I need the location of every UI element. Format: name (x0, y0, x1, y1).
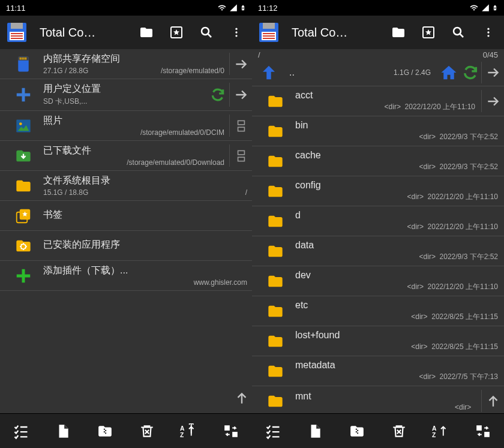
location-plus[interactable]: 用户定义位置 SD 卡,USB,... (0, 79, 252, 111)
search-icon (451, 25, 466, 40)
entry-sub-right: /storage/emulated/0/DCIM (140, 128, 224, 137)
newfile-button[interactable] (46, 417, 80, 446)
wifi-icon (469, 4, 479, 12)
forward-button[interactable] (229, 53, 252, 75)
dir-type: <dir> (407, 193, 424, 201)
parent-row[interactable]: .. 1.1G / 2.4G (252, 59, 504, 86)
dir-name: etc (295, 300, 498, 311)
dir-row[interactable]: cache <dir> 2022/9/3 下午2:52 (252, 146, 504, 176)
swap-button[interactable] (466, 417, 500, 446)
forward-button[interactable] (481, 62, 504, 83)
dir-date: 2022/9/3 下午2:52 (440, 163, 498, 171)
dir-row[interactable]: dev <dir> 2022/12/20 上午11:10 (252, 266, 504, 296)
location-apps[interactable]: 已安装的应用程序 (0, 231, 252, 261)
forward-button[interactable] (481, 90, 504, 112)
sort-button[interactable]: AZ (172, 417, 206, 446)
zip-folder-icon (96, 423, 114, 439)
select-button[interactable] (4, 417, 38, 446)
svg-rect-14 (238, 127, 244, 131)
dir-row[interactable]: acct <dir> 2022/12/20 上午11:10 (252, 86, 504, 116)
scroll-up-button[interactable] (481, 390, 504, 412)
sort-button[interactable]: AZ (424, 417, 458, 446)
entry-sub-left: SD 卡,USB,... (43, 97, 205, 107)
pane-switch-button[interactable] (229, 115, 252, 137)
svg-rect-8 (22, 57, 23, 59)
folder-button[interactable] (133, 19, 160, 46)
reload-button[interactable] (460, 62, 481, 83)
zip-folder-icon (348, 423, 366, 439)
folder-icon (263, 243, 288, 260)
download-icon (11, 148, 36, 164)
disk-usage: 1.1G / 2.4G (394, 68, 431, 77)
addplugin-icon (11, 267, 36, 285)
zip-button[interactable] (340, 417, 374, 446)
pane-switch-button[interactable] (229, 145, 252, 167)
path-crumb[interactable]: / (258, 50, 483, 59)
bottombar: AZ (0, 413, 252, 448)
home-icon (440, 64, 458, 82)
dir-type: <dir> (407, 223, 424, 231)
svg-rect-10 (25, 57, 26, 59)
dir-row[interactable]: etc <dir> 2022/8/25 上午11:15 (252, 296, 504, 326)
svg-rect-22 (104, 431, 105, 432)
svg-rect-15 (238, 151, 244, 155)
location-bookmark[interactable]: 书签 (0, 201, 252, 231)
app-icon[interactable] (7, 23, 26, 42)
delete-button[interactable] (130, 417, 164, 446)
dir-type: <dir> (419, 372, 436, 381)
newfile-button[interactable] (298, 417, 332, 446)
clock: 11:11 (6, 4, 26, 13)
zip-button[interactable] (88, 417, 122, 446)
dir-date: 2022/9/3 下午2:52 (440, 252, 498, 261)
file-icon (55, 423, 71, 440)
dir-row[interactable]: metadata <dir> 2022/7/5 下午7:13 (252, 356, 504, 386)
dir-row[interactable]: config <dir> 2022/12/20 上午11:10 (252, 176, 504, 206)
select-button[interactable] (256, 417, 290, 446)
delete-button[interactable] (382, 417, 416, 446)
dir-type: <dir> (419, 252, 436, 261)
swap-button[interactable] (214, 417, 248, 446)
svg-rect-27 (232, 432, 238, 437)
svg-point-32 (487, 35, 489, 37)
entry-sub-left (43, 278, 194, 287)
dir-row[interactable]: lost+found <dir> 2022/8/25 上午11:15 (252, 326, 504, 356)
dir-row[interactable]: data <dir> 2022/9/3 下午2:52 (252, 236, 504, 266)
search-icon (199, 25, 214, 40)
bookmarks-button[interactable] (163, 19, 190, 46)
status-icons (469, 3, 498, 13)
location-internal[interactable]: 内部共享存储空间 27.1G / 28.8G /storage/emulated… (0, 49, 252, 79)
location-photo[interactable]: 照片 /storage/emulated/0/DCIM (0, 111, 252, 141)
parent-dots: .. (289, 67, 394, 78)
svg-rect-9 (23, 57, 25, 59)
svg-rect-35 (356, 431, 357, 432)
location-download[interactable]: 已下载文件 /storage/emulated/0/Download (0, 141, 252, 171)
svg-text:Z: Z (180, 432, 184, 438)
svg-rect-21 (105, 429, 106, 431)
reload-button[interactable] (210, 87, 226, 103)
signal-icon (229, 4, 238, 12)
home-button[interactable] (438, 62, 460, 83)
forward-button[interactable] (229, 83, 252, 107)
bookmarks-button[interactable] (415, 19, 442, 46)
scroll-up-button[interactable] (233, 389, 251, 407)
entry-sub-left: 15.1G / 18.8G (43, 188, 245, 197)
file-icon (307, 423, 323, 440)
menu-button[interactable] (223, 19, 250, 46)
dir-row[interactable]: d <dir> 2022/12/20 上午11:10 (252, 206, 504, 236)
dir-row[interactable]: bin <dir> 2022/9/3 下午2:52 (252, 116, 504, 146)
svg-point-4 (235, 35, 237, 37)
search-button[interactable] (193, 19, 220, 46)
location-addplugin[interactable]: 添加插件（下载）... www.ghisler.com (0, 261, 252, 291)
folder-icon (263, 213, 288, 230)
dir-date: 2022/8/25 上午11:15 (431, 312, 498, 321)
dir-row[interactable]: mnt <dir> (252, 386, 504, 413)
folder-button[interactable] (385, 19, 412, 46)
appbar: Total Co… (0, 16, 252, 49)
up-button[interactable] (258, 62, 280, 83)
menu-button[interactable] (475, 19, 502, 46)
checklist-icon (265, 423, 281, 440)
location-folder[interactable]: 文件系统根目录 15.1G / 18.8G / (0, 171, 252, 201)
search-button[interactable] (445, 19, 472, 46)
app-icon[interactable] (259, 23, 278, 42)
folder-icon (391, 25, 406, 40)
